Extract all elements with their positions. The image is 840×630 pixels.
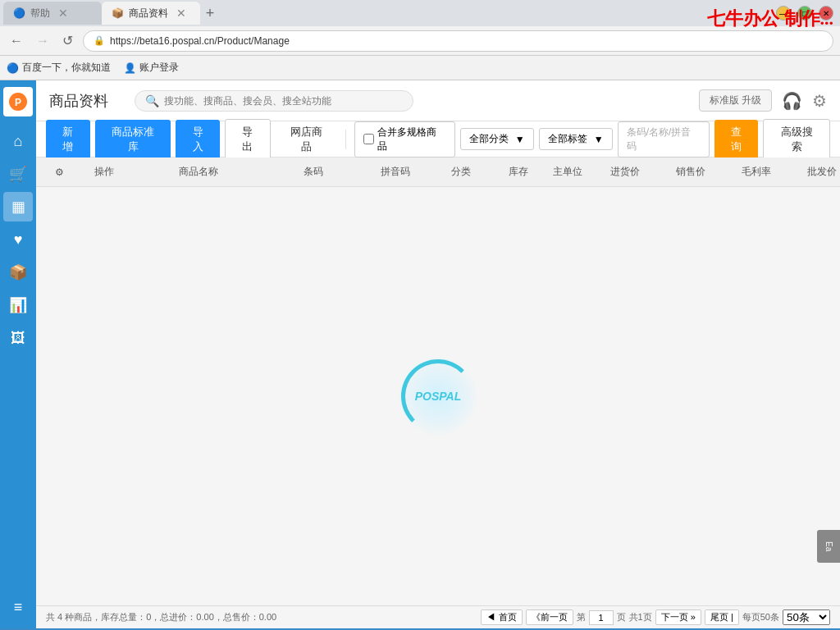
- float-icon: Ea: [824, 541, 833, 551]
- stock-header-label: 库存: [509, 166, 528, 177]
- url-bar[interactable]: 🔒 https://beta16.pospal.cn/Product/Manag…: [83, 30, 833, 52]
- sidebar: P ⌂ 🛒 ▦ ♥ 📦 📊 🖼 ≡: [0, 80, 36, 628]
- sidebar-item-menu[interactable]: ≡: [3, 592, 33, 622]
- import-button[interactable]: 导入: [176, 120, 220, 159]
- query-button[interactable]: 查询: [714, 120, 759, 159]
- action-column-header: 操作: [75, 165, 133, 179]
- sidebar-item-orders[interactable]: 🛒: [3, 159, 33, 189]
- tab-products-label: 商品资料: [129, 7, 168, 21]
- search-icon: 🔍: [145, 94, 159, 107]
- wholesale-header-label: 批发价: [807, 166, 837, 177]
- advanced-search-button[interactable]: 高级搜索: [763, 119, 830, 160]
- float-side-button[interactable]: Ea: [817, 530, 840, 563]
- address-bar: ← → ↺ 🔒 https://beta16.pospal.cn/Product…: [0, 26, 840, 56]
- per-page-select[interactable]: 50条 100条: [783, 609, 830, 625]
- tags-dropdown[interactable]: 全部标签 ▼: [539, 128, 613, 150]
- action-header-label: 操作: [94, 166, 114, 177]
- settings-icon[interactable]: ⚙: [812, 91, 827, 111]
- logo-icon: P: [7, 91, 29, 112]
- pagination: ◀ 首页 《前一页 第 页 共1页 下一页 » 尾页 | 每页50条 50条 1…: [481, 609, 830, 625]
- merge-multispec-checkbox[interactable]: 合并多规格商品: [354, 121, 454, 158]
- tab-help-close[interactable]: ✕: [58, 7, 68, 20]
- baidu-label: 百度一下，你就知道: [22, 61, 111, 75]
- status-info: 共 4 种商品，库存总量：0，总进价：0.00，总售价：0.00: [46, 611, 276, 623]
- unit-column-header: 主单位: [543, 165, 592, 179]
- sidebar-item-packages[interactable]: 📦: [3, 258, 33, 287]
- refresh-button[interactable]: ↺: [59, 31, 76, 50]
- online-shop-button[interactable]: 网店商品: [276, 120, 338, 159]
- app-logo[interactable]: P: [3, 87, 33, 116]
- back-button[interactable]: ←: [7, 32, 26, 50]
- first-page-button[interactable]: ◀ 首页: [481, 609, 522, 625]
- bookmarks-bar: 🔵 百度一下，你就知道 👤 账户登录: [0, 56, 840, 80]
- sidebar-item-favorites[interactable]: ♥: [3, 225, 33, 254]
- loading-spinner: POSPAL: [397, 355, 479, 437]
- global-search[interactable]: 🔍: [135, 90, 413, 112]
- search-field-placeholder: 条码/名称/拼音码: [627, 126, 701, 153]
- svg-text:P: P: [15, 97, 21, 108]
- search-field[interactable]: 条码/名称/拼音码: [618, 121, 710, 158]
- status-text: 共 4 种商品，库存总量：0，总进价：0.00，总售价：0.00: [46, 611, 276, 623]
- tools-icon: ⚙: [55, 167, 64, 178]
- minimize-button[interactable]: —: [776, 6, 791, 21]
- total-pages: 共1页: [629, 611, 652, 623]
- headset-icon[interactable]: 🎧: [782, 91, 802, 111]
- close-button[interactable]: ✕: [819, 6, 833, 21]
- products-icon: ▦: [11, 198, 25, 216]
- next-page-button[interactable]: 下一页 »: [655, 609, 701, 625]
- category-column-header: 分类: [428, 165, 494, 179]
- pinyin-header-label: 拼音码: [381, 166, 410, 177]
- tab-help[interactable]: 🔵 帮助 ✕: [3, 2, 102, 25]
- tab-products-icon: 📦: [112, 7, 124, 19]
- page-number-input[interactable]: [589, 610, 614, 625]
- page-label: 第: [577, 611, 586, 623]
- window-controls: — □ ✕: [776, 6, 833, 21]
- sidebar-item-products[interactable]: ▦: [3, 192, 33, 221]
- tab-products-close[interactable]: ✕: [176, 7, 186, 20]
- category-dropdown[interactable]: 全部分类 ▼: [460, 128, 534, 150]
- search-input[interactable]: [164, 95, 403, 107]
- std-library-button[interactable]: 商品标准库: [95, 120, 171, 159]
- main-content: 商品资料 🔍 标准版 升级 🎧 ⚙ 新增 商品标准库 导入 导出 网店商品 合并…: [36, 80, 840, 628]
- url-text: https://beta16.pospal.cn/Product/Manage: [110, 35, 290, 47]
- purchase-column-header: 进货价: [592, 165, 658, 179]
- gross-header-label: 毛利率: [742, 166, 771, 177]
- lock-icon: 🔒: [94, 35, 105, 46]
- sidebar-item-home[interactable]: ⌂: [3, 126, 33, 156]
- browser-window: 🔵 帮助 ✕ 📦 商品资料 ✕ + — □ ✕ 七牛办公 制作... ← → ↺…: [0, 0, 840, 80]
- upgrade-button[interactable]: 标准版 升级: [699, 89, 772, 112]
- merge-label: 合并多规格商品: [377, 126, 445, 153]
- tab-products[interactable]: 📦 商品资料 ✕: [102, 2, 200, 25]
- tags-chevron: ▼: [594, 134, 604, 145]
- menu-icon: ≡: [14, 599, 23, 616]
- wholesale-column-header: 批发价: [789, 165, 840, 179]
- baidu-icon: 🔵: [7, 62, 19, 74]
- spinner-logo: POSPAL: [415, 390, 462, 403]
- category-label: 全部分类: [469, 132, 509, 146]
- export-button[interactable]: 导出: [225, 119, 271, 160]
- maximize-button[interactable]: □: [797, 6, 812, 21]
- tab-help-label: 帮助: [30, 7, 50, 21]
- category-chevron: ▼: [515, 134, 525, 145]
- new-tab-button[interactable]: +: [200, 3, 220, 23]
- barcode-header-label: 条码: [304, 166, 323, 177]
- sale-header-label: 销售价: [676, 166, 705, 177]
- login-icon: 👤: [124, 62, 136, 74]
- merge-checkbox-input[interactable]: [363, 134, 374, 144]
- name-column-header: 商品名称: [133, 165, 264, 179]
- sidebar-item-analytics[interactable]: 📊: [3, 290, 33, 320]
- bookmark-login[interactable]: 👤 账户登录: [124, 61, 179, 75]
- last-page-button[interactable]: 尾页 |: [705, 609, 739, 625]
- tags-label: 全部标签: [548, 132, 587, 146]
- forward-button[interactable]: →: [33, 32, 52, 50]
- sidebar-item-media[interactable]: 🖼: [3, 323, 33, 353]
- tabs-container: 🔵 帮助 ✕ 📦 商品资料 ✕ +: [3, 2, 220, 25]
- barcode-column-header: 条码: [264, 165, 363, 179]
- toolbar: 新增 商品标准库 导入 导出 网店商品 合并多规格商品 全部分类 ▼ 全部标签 …: [36, 121, 840, 158]
- orders-icon: 🛒: [9, 165, 27, 183]
- bookmark-baidu[interactable]: 🔵 百度一下，你就知道: [7, 61, 111, 75]
- name-header-label: 商品名称: [179, 166, 218, 177]
- new-product-button[interactable]: 新增: [46, 120, 90, 159]
- prev-page-button[interactable]: 《前一页: [526, 609, 573, 625]
- unit-header-label: 主单位: [553, 166, 582, 177]
